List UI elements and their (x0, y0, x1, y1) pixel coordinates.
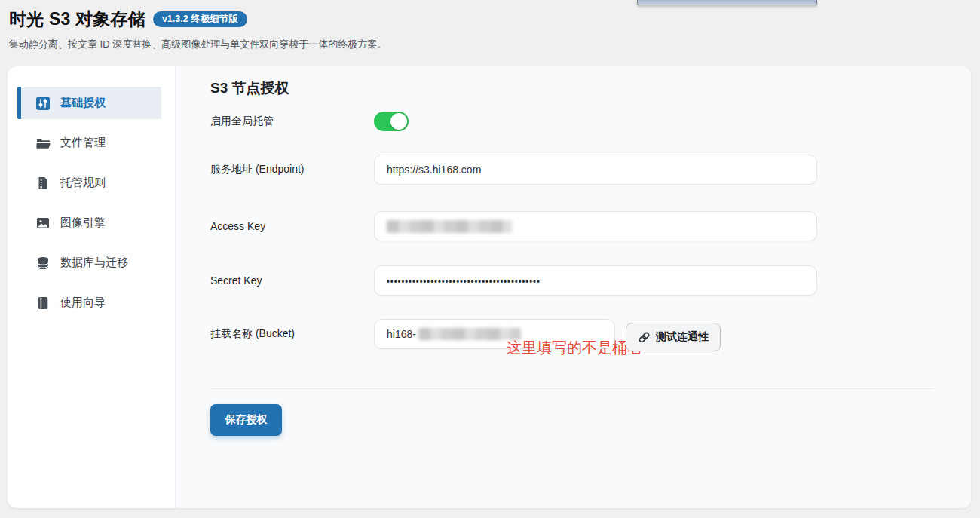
section-title: S3 节点授权 (210, 80, 971, 97)
save-authorization-label: 保存授权 (225, 413, 268, 427)
endpoint-value: https://s3.hi168.com (387, 164, 481, 176)
test-connectivity-button[interactable]: 测试连通性 (626, 323, 721, 351)
sidebar-item-user-guide[interactable]: 使用向导 (17, 287, 161, 319)
bucket-annotation-text: 这里填写的不是桶名 (507, 338, 642, 358)
sidebar-item-image-engine[interactable]: 图像引擎 (17, 207, 161, 239)
main-panel: S3 节点授权 启用全局托管 服务地址 (Endpoint) https://s… (175, 66, 971, 508)
test-connectivity-label: 测试连通性 (656, 330, 709, 344)
global-hosting-toggle[interactable] (374, 112, 409, 131)
sidebar-item-basic-auth[interactable]: 基础授权 (17, 87, 161, 119)
settings-card: 基础授权 文件管理 托管规则 图像引擎 数据库与迁移 (8, 66, 971, 508)
sidebar-item-file-management[interactable]: 文件管理 (17, 127, 161, 159)
toggle-knob (390, 113, 407, 130)
secret-key-label: Secret Key (210, 274, 374, 287)
access-key-input[interactable] (374, 211, 817, 241)
book-icon (35, 296, 51, 311)
database-icon (35, 256, 51, 271)
app-subtitle: 集动静分离、按文章 ID 深度替换、高级图像处理与单文件双向穿梭于一体的终极方案… (9, 38, 387, 51)
page-header: 时光 S3 对象存储 v1.3.2 终极细节版 集动静分离、按文章 ID 深度替… (9, 8, 387, 51)
global-hosting-row: 启用全局托管 (210, 112, 971, 131)
version-badge: v1.3.2 终极细节版 (153, 11, 247, 27)
sidebar-item-database-migration[interactable]: 数据库与迁移 (17, 247, 161, 279)
sliders-icon (35, 96, 51, 111)
sidebar-item-label: 托管规则 (60, 176, 106, 190)
bucket-value-prefix: hi168- (387, 328, 416, 340)
app-title: 时光 S3 对象存储 (9, 8, 145, 31)
access-key-row: Access Key (210, 211, 971, 241)
sidebar-item-label: 文件管理 (60, 136, 106, 150)
sidebar-item-label: 数据库与迁移 (60, 256, 128, 270)
document-icon (35, 176, 51, 191)
sidebar-item-label: 使用向导 (60, 296, 106, 310)
sidebar-item-hosting-rules[interactable]: 托管规则 (17, 167, 161, 199)
endpoint-row: 服务地址 (Endpoint) https://s3.hi168.com (210, 155, 971, 185)
link-icon (638, 331, 651, 344)
sidebar-item-label: 基础授权 (60, 96, 106, 110)
footer-divider (210, 388, 933, 389)
access-key-label: Access Key (210, 220, 374, 232)
endpoint-input[interactable]: https://s3.hi168.com (374, 155, 817, 185)
bucket-redacted-value (418, 328, 521, 340)
access-key-redacted-value (387, 220, 512, 233)
bucket-label: 挂载名称 (Bucket) (210, 327, 374, 341)
folder-icon (35, 136, 51, 151)
secret-key-row: Secret Key •••••••••••••••••••••••••••••… (210, 265, 971, 296)
save-authorization-button[interactable]: 保存授权 (210, 404, 282, 436)
sidebar: 基础授权 文件管理 托管规则 图像引擎 数据库与迁移 (8, 66, 175, 508)
secret-key-masked-value: ••••••••••••••••••••••••••••••••••••••••… (387, 277, 541, 286)
global-hosting-label: 启用全局托管 (210, 115, 374, 128)
secret-key-input[interactable]: ••••••••••••••••••••••••••••••••••••••••… (374, 265, 817, 296)
sidebar-item-label: 图像引擎 (60, 216, 106, 230)
endpoint-label: 服务地址 (Endpoint) (210, 163, 374, 176)
image-icon (35, 216, 51, 231)
cutoff-panel-edge (637, 0, 817, 5)
